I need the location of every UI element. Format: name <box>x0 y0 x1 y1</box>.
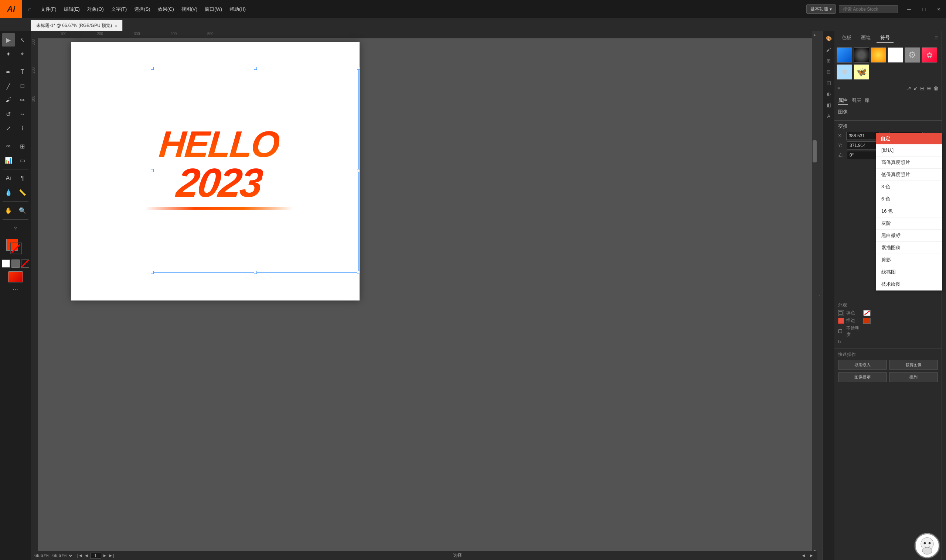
menu-window[interactable]: 窗口(W) <box>201 0 226 18</box>
dropdown-item-3color[interactable]: 3 色 <box>876 181 942 193</box>
panel-tool-delete[interactable]: 🗑 <box>934 85 938 91</box>
status-arrow-left[interactable]: ◄ <box>801 553 806 558</box>
fill-color-swatch[interactable] <box>863 310 870 316</box>
direct-select-tool[interactable]: ↖ <box>16 33 29 46</box>
magic-wand-tool[interactable]: ✦ <box>2 47 15 60</box>
edit-color-btn[interactable] <box>8 271 23 282</box>
dropdown-item-lineart[interactable]: 线稿图 <box>876 266 942 278</box>
panel-tool-2[interactable]: ↙ <box>914 85 918 91</box>
transparency-icon[interactable]: ◧ <box>824 100 834 110</box>
maximize-button[interactable]: □ <box>917 0 931 18</box>
attr-tab-properties[interactable]: 属性 <box>838 96 848 105</box>
menu-edit[interactable]: 编辑(E) <box>60 0 83 18</box>
column-graph-tool[interactable]: 📊 <box>2 154 15 167</box>
none-swatch[interactable] <box>21 260 29 268</box>
help-button[interactable]: ? <box>9 222 22 235</box>
menu-effect[interactable]: 效果(C) <box>154 0 178 18</box>
scale-tool[interactable]: ⤢ <box>2 122 15 135</box>
dropdown-item-16color[interactable]: 16 色 <box>876 205 942 217</box>
workspace-button[interactable]: 基本功能 ▾ <box>806 5 836 14</box>
canvas-area[interactable]: 100 200 300 400 500 100200300 HELLO 2023 <box>31 31 817 560</box>
image-trace-button[interactable]: 图像描摹 <box>838 372 887 382</box>
crop-image-button[interactable]: 裁剪图像 <box>889 360 938 370</box>
white-swatch[interactable] <box>2 260 10 268</box>
dropdown-item-silhouette[interactable]: 剪影 <box>876 254 942 266</box>
angle-input[interactable] <box>847 151 880 159</box>
y-input[interactable] <box>847 142 880 149</box>
opacity-checkbox[interactable]: ☐ <box>838 329 844 334</box>
swatch-flower[interactable]: ✿ <box>921 47 937 63</box>
menu-file[interactable]: 文件(F) <box>37 0 60 18</box>
attr-tab-layers[interactable]: 图层 <box>851 96 861 105</box>
dropdown-item-lofi[interactable]: 低保真度照片 <box>876 169 942 181</box>
dropdown-item-grayscale[interactable]: 灰阶 <box>876 217 942 229</box>
menu-text[interactable]: 文字(T) <box>108 0 131 18</box>
tab-swatches[interactable]: 色板 <box>838 33 855 43</box>
dropdown-item-6color[interactable]: 6 色 <box>876 193 942 205</box>
swatch-gear[interactable]: ⚙ <box>904 47 920 63</box>
swatch-snowflake[interactable]: ❄ <box>836 64 852 80</box>
panel-tool-4[interactable]: ⊕ <box>927 85 931 91</box>
gradient-icon[interactable]: ◐ <box>824 89 834 99</box>
table-tool[interactable]: ⊞ <box>16 140 29 153</box>
shape-tool[interactable]: □ <box>16 79 29 93</box>
dropdown-item-hifi[interactable]: 高保真度照片 <box>876 157 942 169</box>
tab-close-icon[interactable]: × <box>115 24 117 28</box>
fill-checkbox[interactable]: ☐ <box>838 310 844 316</box>
mirror-tool[interactable]: ↔ <box>16 108 29 121</box>
menu-view[interactable]: 视图(V) <box>178 0 201 18</box>
arrange-button[interactable]: 排列 <box>889 372 938 382</box>
page-input[interactable] <box>90 552 101 558</box>
stroke-color-swatch[interactable] <box>863 318 870 324</box>
document-tab[interactable]: 未标题-1* @ 66.67% (RGB/GPU 预览) × <box>31 20 123 31</box>
stroke-color-box[interactable] <box>10 243 22 254</box>
type-icon[interactable]: A <box>824 111 834 121</box>
status-arrow-right[interactable]: ► <box>809 553 814 558</box>
dropdown-item-bw-logo[interactable]: 黑白徽标 <box>876 229 942 242</box>
swatch-white[interactable] <box>887 47 903 63</box>
artboard-tool[interactable]: ▭ <box>16 154 29 167</box>
nav-prev-btn[interactable]: ◄ <box>84 553 89 558</box>
menu-select[interactable]: 选择(S) <box>130 0 154 18</box>
eyedropper-tool[interactable]: 💧 <box>2 186 15 199</box>
swatch-blue[interactable] <box>836 47 852 63</box>
pencil-tool[interactable]: ✏ <box>16 93 29 107</box>
color-panel-icon[interactable]: 🎨 <box>824 33 834 43</box>
transform-panel-icon[interactable]: ⊞ <box>824 55 834 66</box>
nav-next-btn[interactable]: ► <box>103 553 107 558</box>
close-button[interactable]: × <box>931 0 946 18</box>
zoom-tool[interactable]: 🔍 <box>16 204 29 217</box>
swatch-butterfly[interactable]: 🦋 <box>853 64 869 80</box>
zoom-dropdown[interactable]: 66.67% 50% 100% 200% <box>51 552 74 558</box>
pathfinder-icon[interactable]: ◫ <box>824 77 834 88</box>
swatch-gold[interactable] <box>870 47 886 63</box>
more-tools-btn[interactable]: ··· <box>12 285 18 293</box>
select-tool[interactable]: ▶ <box>2 33 15 46</box>
hand-tool[interactable]: ✋ <box>2 204 15 217</box>
scroll-thumb-vertical[interactable] <box>813 140 817 162</box>
nav-end-btn[interactable]: ►| <box>108 553 114 558</box>
type-tool[interactable]: T <box>16 65 29 78</box>
scroll-up-btn[interactable]: ▲ <box>812 31 817 38</box>
warp-tool[interactable]: ⌇ <box>16 122 29 135</box>
dropdown-item-default[interactable]: [默认] <box>876 144 942 157</box>
paintbrush-tool[interactable]: 🖌 <box>2 93 15 107</box>
x-input[interactable] <box>846 132 880 140</box>
tab-symbols[interactable]: 符号 <box>877 33 894 43</box>
panel-tool-1[interactable]: ↗ <box>907 85 911 91</box>
panel-menu-icon[interactable]: ≡ <box>935 35 938 42</box>
measure-tool[interactable]: 📏 <box>16 186 29 199</box>
para-tool[interactable]: ¶ <box>16 172 29 185</box>
brush-panel-icon[interactable]: 🖌 <box>824 44 834 55</box>
stroke-checkbox[interactable] <box>838 318 844 324</box>
menu-help[interactable]: 帮助(H) <box>226 0 249 18</box>
dropdown-item-technical[interactable]: 技术绘图 <box>876 278 942 290</box>
pen-tool[interactable]: ✒ <box>2 65 15 78</box>
scroll-track-vertical[interactable] <box>812 38 817 547</box>
dropdown-item-sketch[interactable]: 素描图稿 <box>876 242 942 254</box>
swatch-black[interactable] <box>853 47 869 63</box>
tab-brushes[interactable]: 画笔 <box>857 33 874 43</box>
rotate-tool[interactable]: ↺ <box>2 108 15 121</box>
align-icon[interactable]: ⊟ <box>824 66 834 77</box>
cancel-embed-button[interactable]: 取消嵌入 <box>838 360 887 370</box>
